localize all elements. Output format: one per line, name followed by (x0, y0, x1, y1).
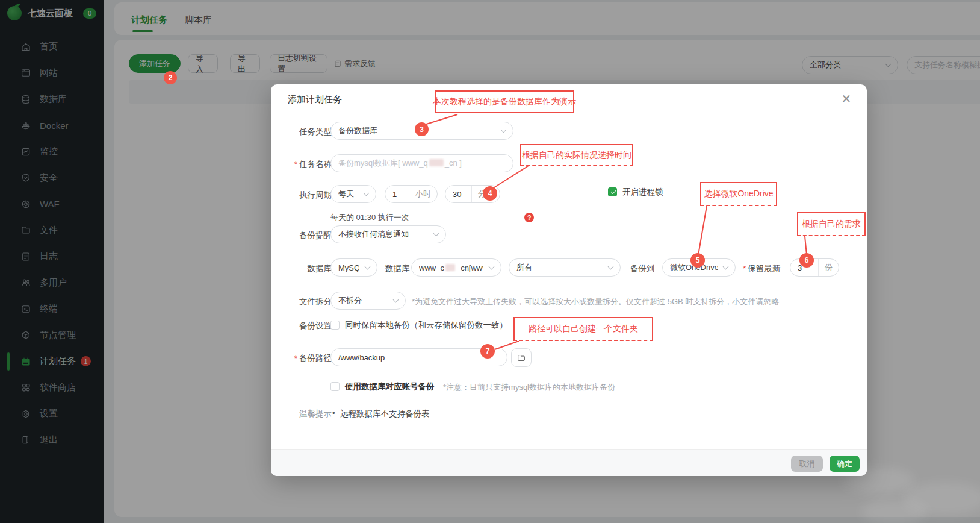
callout-keep-count: 根据自己的需求 (797, 212, 866, 236)
chevron-down-icon (364, 190, 370, 196)
tips-bullet: • (332, 409, 335, 418)
hour-value[interactable]: 1 (385, 186, 409, 202)
split-value: 不拆分 (338, 295, 388, 306)
cycle-period-select[interactable]: 每天 (330, 185, 376, 203)
callout-time: 根据自己的实际情况选择时间 (520, 144, 633, 166)
redacted-text (429, 159, 444, 166)
cancel-button[interactable]: 取消 (791, 456, 823, 472)
chevron-down-icon (489, 263, 495, 269)
settings-label: 备份设置 (299, 321, 332, 331)
tips-label: 温馨提示 (292, 409, 332, 419)
hour-unit: 小时 (409, 186, 437, 202)
db-engine-select[interactable]: MySQL (330, 258, 377, 277)
notify-select[interactable]: 不接收任何消息通知 (330, 225, 446, 243)
annotation-step-7: 7 (480, 344, 495, 359)
process-lock-label: 开启进程锁 (622, 187, 663, 198)
cycle-summary: 每天的 01:30 执行一次 (330, 212, 409, 223)
tips-text: 远程数据库不支持备份表 (340, 409, 430, 419)
cycle-label: 执行周期 (299, 190, 332, 201)
task-name-placeholder: 备份mysql数据库[ www_q_cn ] (338, 158, 462, 169)
annotation-step-6: 6 (799, 253, 814, 268)
db-account-note: *注意：目前只支持mysql数据库的本地数据库备份 (443, 382, 615, 393)
backup-to-label: 备份到 (630, 263, 655, 274)
db-name-select[interactable]: www_c_cn[www... (411, 258, 501, 277)
callout-task-type: 本次教程选择的是备份数据库作为演示 (435, 90, 574, 113)
help-icon[interactable]: ? (524, 213, 534, 222)
process-lock-checkbox[interactable] (608, 187, 617, 196)
db-name-value: www_c_cn[www... (419, 263, 483, 272)
keep-count-input[interactable]: 3 份 (790, 258, 839, 277)
chevron-down-icon (393, 296, 399, 302)
chevron-down-icon (433, 230, 439, 236)
task-name-input[interactable]: 备份mysql数据库[ www_q_cn ] (330, 154, 513, 172)
cycle-period-value: 每天 (338, 189, 358, 199)
task-name-label: *任务名称 (283, 159, 332, 170)
db-account-label: 使用数据库对应账号备份 (345, 381, 435, 392)
page: 七速云面板 0 首页 网站 数据库 Docker 监控 (0, 0, 980, 523)
db-scope-value: 所有 (516, 262, 603, 273)
db-account-checkbox[interactable] (330, 382, 340, 391)
chevron-down-icon (723, 263, 729, 269)
database-label: 数据库 (307, 263, 332, 274)
redacted-text (445, 264, 455, 271)
split-label: 文件拆分 (299, 296, 332, 307)
chevron-down-icon (365, 263, 371, 269)
db-engine-value: MySQL (338, 263, 359, 272)
watermark-smudge (861, 500, 927, 523)
split-select[interactable]: 不拆分 (330, 292, 406, 310)
confirm-button[interactable]: 确定 (830, 456, 860, 472)
annotation-step-2: 2 (164, 71, 177, 84)
keep-local-label: 同时保留本地备份（和云存储保留份数一致） (345, 320, 507, 331)
minute-value[interactable]: 30 (445, 186, 471, 202)
backup-path-value: /www/backup (338, 353, 385, 362)
callout-onedrive: 选择微软OneDrive (700, 182, 777, 206)
db-sub-label: 数据库 (385, 263, 410, 274)
annotation-step-5: 5 (690, 253, 705, 268)
keep-label: *保留最新 (743, 263, 780, 274)
modal-footer: 取消 确定 (271, 449, 867, 476)
annotation-step-4: 4 (483, 186, 497, 201)
chevron-down-icon (501, 127, 507, 133)
keep-local-checkbox[interactable] (330, 321, 340, 330)
split-note: *为避免文件过大导致上传失败，可以选择按大小或数量拆分。仅文件超过 5GB 时支… (412, 296, 779, 307)
path-label: *备份路径 (283, 353, 332, 364)
notify-value: 不接收任何消息通知 (338, 229, 428, 240)
notify-label: 备份提醒 (299, 230, 332, 241)
browse-folder-button[interactable] (511, 348, 532, 367)
annotation-step-3: 3 (415, 122, 429, 136)
callout-path: 路径可以自己创建一个文件夹 (513, 317, 653, 341)
add-task-modal: 添加计划任务 ✕ 任务类型 备份数据库 *任务名称 备份mysql数据库[ ww… (271, 84, 867, 476)
chevron-down-icon (608, 263, 614, 269)
task-type-label: 任务类型 (299, 127, 332, 137)
keep-unit: 份 (818, 259, 839, 276)
folder-icon (516, 353, 526, 363)
close-icon[interactable]: ✕ (839, 92, 854, 106)
modal-title: 添加计划任务 (288, 94, 342, 105)
cycle-hour-input[interactable]: 1 小时 (385, 185, 438, 203)
db-scope-select[interactable]: 所有 (509, 258, 621, 277)
